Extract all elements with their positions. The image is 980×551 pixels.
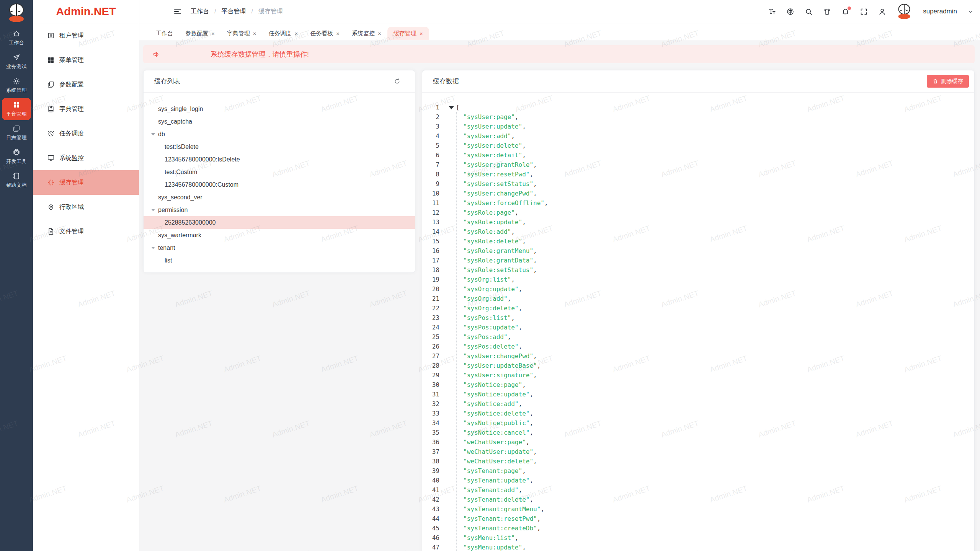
tree-node-label: 123456780000000:Custom [165,181,238,188]
line-number: 43 [422,504,439,514]
tab-系统监控[interactable]: 系统监控× [346,27,387,40]
tree-node-test:IsDelete[interactable]: test:IsDelete [144,140,415,153]
code-line: 24"sysPos:update", [422,323,974,332]
user-icon[interactable] [878,8,886,16]
breadcrumb-item[interactable]: 平台管理 [221,8,246,16]
code-line: 7"sysUser:grantRole", [422,160,974,170]
notebook-icon [13,172,20,180]
username[interactable]: superadmin [923,8,957,15]
app-logo-mascot[interactable] [0,2,33,24]
tab-label: 工作台 [156,30,173,37]
tab-工作台[interactable]: 工作台 [150,27,179,40]
code-line: 38"weChatUser:delete", [422,456,974,466]
rail-item-home[interactable]: 工作台 [2,27,31,49]
language-icon[interactable] [786,8,794,16]
caret-down-icon[interactable] [151,247,158,249]
line-number: 1 [422,103,439,112]
tab-参数配置[interactable]: 参数配置× [179,27,221,40]
breadcrumb-item[interactable]: 工作台 [191,8,209,16]
breadcrumb-separator: / [251,8,253,15]
sidebar-item-copy-document[interactable]: 参数配置 [33,72,139,97]
refresh-icon[interactable] [394,78,400,85]
tab-字典管理[interactable]: 字典管理× [221,27,263,40]
rail-item-label: 业务测试 [6,63,27,70]
line-number: 30 [422,380,439,390]
rail-item-paper-plane[interactable]: 业务测试 [2,51,31,73]
rail-item-gear[interactable]: 系统管理 [2,74,31,96]
close-icon[interactable]: × [295,30,298,37]
sidebar-item-alarm-clock[interactable]: 任务调度 [33,121,139,146]
tab-缓存管理[interactable]: 缓存管理× [387,27,429,40]
caret-down-icon[interactable] [151,209,158,211]
collapse-triangle-icon[interactable] [449,106,454,109]
close-icon[interactable]: × [211,30,215,37]
menu-grid-icon [47,56,55,64]
code-line: 12"sysRole:page", [422,208,974,217]
bell-icon[interactable] [841,8,849,16]
code-line: 37"weChatUser:update", [422,447,974,456]
line-number: 46 [422,533,439,543]
copy-document-icon [47,81,55,88]
tree-node-252885263000000[interactable]: 252885263000000 [144,216,415,229]
tree-node-123456780000000:IsDelete[interactable]: 123456780000000:IsDelete [144,153,415,166]
tree-node-tenant[interactable]: tenant [144,241,415,254]
close-icon[interactable]: × [420,30,423,37]
close-icon[interactable]: × [378,30,381,37]
sidebar-item-location[interactable]: 行政区域 [33,195,139,219]
tree-node-label: 123456780000000:IsDelete [165,156,240,163]
tree-node-sys_second_ver[interactable]: sys_second_ver [144,191,415,204]
line-number: 40 [422,476,439,485]
text-size-icon[interactable] [768,8,776,16]
line-number: 42 [422,495,439,504]
code-line: 8"sysUser:resetPwd", [422,170,974,179]
sidebar-item-monitor[interactable]: 系统监控 [33,146,139,170]
tree-node-label: test:IsDelete [165,143,199,150]
warning-banner: 系统缓存数据管理，请慎重操作! [143,45,975,63]
avatar[interactable] [897,4,912,19]
chevron-down-icon[interactable] [967,8,974,15]
line-number: 31 [422,390,439,399]
text-size-icon [768,8,776,16]
sidebar-item-menu-grid[interactable]: 菜单管理 [33,48,139,72]
tree-node-list[interactable]: list [144,254,415,267]
breadcrumb-separator: / [214,8,216,15]
rail-item-notebook[interactable]: 帮助文档 [2,169,31,191]
tree-node-test:Custom[interactable]: test:Custom [144,166,415,178]
code-line: 5"sysUser:delete", [422,141,974,150]
tree-node-sys_captcha[interactable]: sys_captcha [144,115,415,128]
code-line: 13"sysRole:update", [422,217,974,227]
tab-任务调度[interactable]: 任务调度× [263,27,304,40]
theme-icon [823,8,831,16]
tree-node-permission[interactable]: permission [144,204,415,216]
tree-node-sys_wartermark[interactable]: sys_wartermark [144,229,415,241]
sidebar-item-building[interactable]: 租户管理 [33,23,139,48]
rail-item-label: 开发工具 [6,158,27,165]
caret-down-icon[interactable] [151,133,158,135]
sidebar-item-dictionary[interactable]: 字典管理 [33,97,139,121]
rail-item-label: 工作台 [9,39,24,46]
code-line: 10"sysUser:changePwd", [422,189,974,198]
theme-icon[interactable] [823,8,831,16]
fullscreen-icon[interactable] [860,8,868,16]
line-number: 47 [422,543,439,551]
tab-任务看板[interactable]: 任务看板× [304,27,346,40]
sidebar-item-loading[interactable]: 缓存管理 [33,170,139,195]
sidebar-item-document[interactable]: 文件管理 [33,219,139,244]
menu-fold-icon[interactable] [173,7,182,16]
sidebar-item-label: 字典管理 [59,105,84,113]
tree-node-sys_single_login[interactable]: sys_single_login [144,103,415,115]
tab-label: 参数配置 [185,30,208,37]
close-icon[interactable]: × [336,30,340,37]
close-icon[interactable]: × [253,30,256,37]
rail-item-grid[interactable]: 平台管理 [2,98,31,120]
search-icon[interactable] [805,8,813,16]
rail-item-copy[interactable]: 日志管理 [2,122,31,144]
delete-cache-button[interactable]: 删除缓存 [927,75,969,88]
tree-node-db[interactable]: db [144,128,415,140]
line-number: 19 [422,275,439,284]
rail-item-chip[interactable]: 开发工具 [2,145,31,168]
line-number: 34 [422,418,439,428]
tree-node-label: tenant [158,245,175,251]
tree-node-123456780000000:Custom[interactable]: 123456780000000:Custom [144,178,415,191]
line-number: 16 [422,246,439,256]
